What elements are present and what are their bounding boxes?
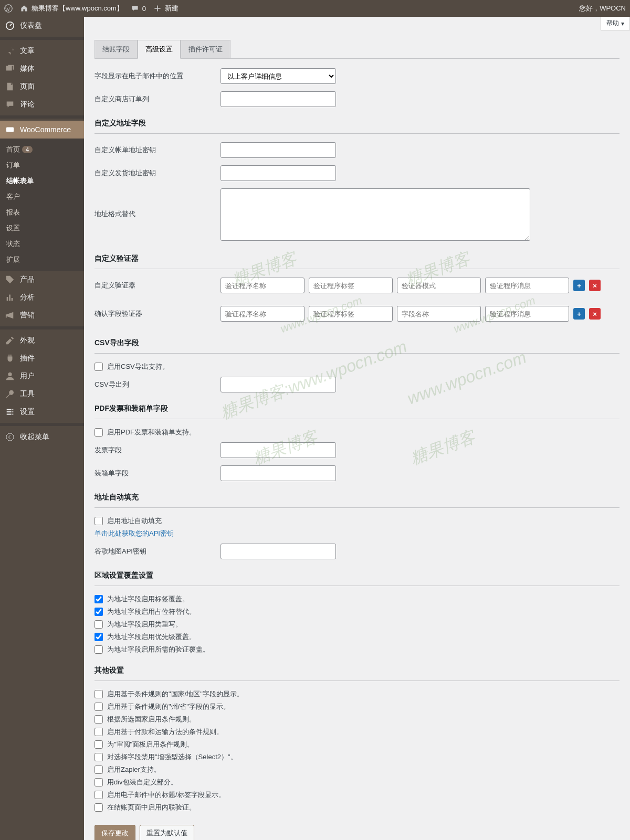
api-key-link[interactable]: 单击此处获取您的API密钥 bbox=[94, 529, 174, 537]
locale-c5-checkbox[interactable] bbox=[94, 645, 103, 654]
site-link[interactable]: 糖果博客【www.wpocn.com】 bbox=[20, 4, 123, 13]
pdf-enable-label: 启用PDF发票和装箱单支持。 bbox=[107, 428, 196, 437]
other-o1-checkbox[interactable] bbox=[94, 690, 103, 698]
other-o6-checkbox[interactable] bbox=[94, 753, 103, 761]
menu-pages[interactable]: 页面 bbox=[0, 78, 84, 95]
help-button[interactable]: 帮助 ▾ bbox=[601, 17, 630, 30]
other-o5-checkbox[interactable] bbox=[94, 740, 103, 749]
pin-icon bbox=[5, 46, 15, 56]
menu-media[interactable]: 媒体 bbox=[0, 60, 84, 78]
locale-c3-checkbox[interactable] bbox=[94, 620, 103, 629]
other-o10-checkbox[interactable] bbox=[94, 803, 103, 812]
google-key-input[interactable] bbox=[220, 544, 336, 559]
marketing-icon bbox=[5, 311, 15, 320]
wp-logo[interactable] bbox=[4, 4, 13, 13]
other-o4-checkbox[interactable] bbox=[94, 728, 103, 736]
home-badge: 4 bbox=[22, 146, 33, 153]
packing-input[interactable] bbox=[220, 465, 336, 481]
menu-appearance[interactable]: 外观 bbox=[0, 332, 84, 349]
confirm-msg-input[interactable] bbox=[485, 306, 569, 322]
validator-tag-input[interactable] bbox=[309, 278, 393, 293]
packing-label: 装箱单字段 bbox=[94, 465, 220, 478]
menu-marketing[interactable]: 营销 bbox=[0, 306, 84, 324]
confirm-name-input[interactable] bbox=[220, 306, 304, 322]
svg-rect-2 bbox=[6, 127, 14, 132]
other-o3-checkbox[interactable] bbox=[94, 715, 103, 724]
other-o2-checkbox[interactable] bbox=[94, 703, 103, 711]
woocommerce-submenu: 首页4 订单 结帐表单 客户 报表 设置 状态 扩展 bbox=[0, 139, 84, 271]
comment-icon bbox=[131, 4, 139, 13]
tab-checkout-fields[interactable]: 结账字段 bbox=[94, 40, 138, 59]
delete-validator-button[interactable]: × bbox=[589, 280, 601, 291]
greeting[interactable]: 您好，WPOCN bbox=[579, 4, 626, 13]
menu-dashboard[interactable]: 仪表盘 bbox=[0, 17, 84, 35]
menu-settings[interactable]: 设置 bbox=[0, 403, 84, 421]
confirm-field-input[interactable] bbox=[397, 306, 481, 322]
menu-tools[interactable]: 工具 bbox=[0, 385, 84, 403]
section-other: 其他设置 bbox=[94, 666, 620, 681]
settings-icon bbox=[5, 407, 15, 417]
email-position-select[interactable]: 以上客户详细信息 bbox=[220, 68, 336, 84]
submenu-customers[interactable]: 客户 bbox=[0, 189, 84, 205]
save-button[interactable]: 保存更改 bbox=[94, 825, 135, 840]
menu-comments[interactable]: 评论 bbox=[0, 95, 84, 113]
menu-users[interactable]: 用户 bbox=[0, 367, 84, 385]
other-o7-checkbox[interactable] bbox=[94, 765, 103, 774]
add-validator-button[interactable]: + bbox=[573, 280, 585, 291]
submenu-checkout-form[interactable]: 结帐表单 bbox=[0, 173, 84, 189]
pdf-enable-checkbox[interactable] bbox=[94, 428, 103, 437]
custom-shop-order-input[interactable] bbox=[220, 91, 336, 107]
submenu-status[interactable]: 状态 bbox=[0, 236, 84, 252]
address-format-textarea[interactable] bbox=[220, 188, 530, 241]
dashboard-icon bbox=[5, 21, 15, 30]
submenu-extensions[interactable]: 扩展 bbox=[0, 252, 84, 268]
validator-name-input[interactable] bbox=[220, 278, 304, 293]
invoice-input[interactable] bbox=[220, 442, 336, 458]
delete-confirm-button[interactable]: × bbox=[589, 308, 601, 320]
csv-enable-checkbox[interactable] bbox=[94, 363, 103, 371]
confirm-tag-input[interactable] bbox=[309, 306, 393, 322]
billing-key-input[interactable] bbox=[220, 142, 336, 158]
comments-icon bbox=[5, 100, 15, 109]
custom-validator-label: 自定义验证器 bbox=[94, 278, 220, 290]
custom-shop-order-label: 自定义商店订单列 bbox=[94, 91, 220, 104]
collapse-icon bbox=[5, 432, 15, 442]
menu-woocommerce[interactable]: WooCommerce bbox=[0, 121, 84, 139]
shipping-key-input[interactable] bbox=[220, 165, 336, 181]
other-o9-checkbox[interactable] bbox=[94, 791, 103, 799]
validator-msg-input[interactable] bbox=[485, 278, 569, 293]
submenu-orders[interactable]: 订单 bbox=[0, 157, 84, 173]
other-o8-checkbox[interactable] bbox=[94, 778, 103, 786]
main-content: 帮助 ▾ 结账字段 高级设置 插件许可证 字段显示在电子邮件中的位置 以上客户详… bbox=[84, 17, 630, 840]
tools-icon bbox=[5, 389, 15, 399]
add-confirm-button[interactable]: + bbox=[573, 308, 585, 320]
tab-advanced[interactable]: 高级设置 bbox=[138, 40, 181, 59]
submenu-reports[interactable]: 报表 bbox=[0, 205, 84, 220]
wordpress-icon bbox=[4, 4, 13, 13]
comments-link[interactable]: 0 bbox=[131, 4, 146, 13]
locale-c2-checkbox[interactable] bbox=[94, 608, 103, 616]
menu-posts[interactable]: 文章 bbox=[0, 42, 84, 60]
csv-enable-label: 启用CSV导出支持。 bbox=[107, 362, 169, 371]
locale-c4-checkbox[interactable] bbox=[94, 633, 103, 641]
section-csv: CSV导出字段 bbox=[94, 338, 620, 354]
settings-tabs: 结账字段 高级设置 插件许可证 bbox=[94, 40, 620, 59]
validator-mode-input[interactable] bbox=[397, 278, 481, 293]
tab-license[interactable]: 插件许可证 bbox=[181, 40, 230, 59]
menu-analytics[interactable]: 分析 bbox=[0, 289, 84, 306]
submenu-home[interactable]: 首页4 bbox=[0, 142, 84, 157]
menu-products[interactable]: 产品 bbox=[0, 271, 84, 289]
new-link[interactable]: 新建 bbox=[153, 4, 178, 13]
menu-plugins[interactable]: 插件 bbox=[0, 349, 84, 367]
csv-cols-input[interactable] bbox=[220, 377, 336, 392]
submenu-settings[interactable]: 设置 bbox=[0, 220, 84, 236]
autofill-enable-checkbox[interactable] bbox=[94, 517, 103, 525]
section-autofill: 地址自动填充 bbox=[94, 493, 620, 508]
csv-cols-label: CSV导出列 bbox=[94, 377, 220, 389]
svg-point-4 bbox=[6, 433, 14, 441]
menu-collapse[interactable]: 收起菜单 bbox=[0, 428, 84, 446]
new-label: 新建 bbox=[165, 4, 178, 13]
locale-c1-checkbox[interactable] bbox=[94, 595, 103, 603]
plus-icon bbox=[153, 4, 162, 13]
reset-button[interactable]: 重置为默认值 bbox=[140, 825, 194, 840]
